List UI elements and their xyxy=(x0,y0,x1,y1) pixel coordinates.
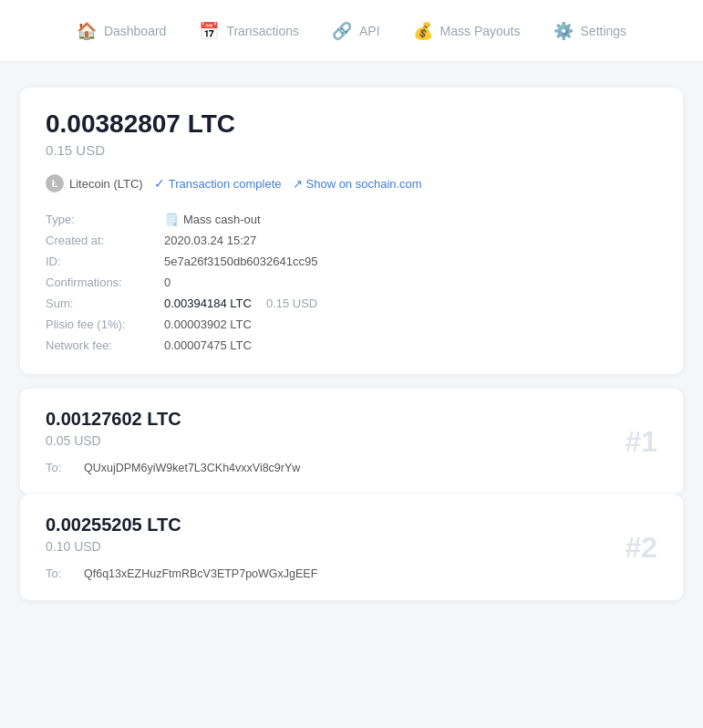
sochain-link[interactable]: ↗ Show on sochain.com xyxy=(293,177,422,191)
mass-payouts-label: Mass Payouts xyxy=(440,24,521,38)
navigation: 🏠 Dashboard 📅 Transactions 🔗 API 💰 Mass … xyxy=(0,0,703,62)
sum-value: 0.00394184 LTC 0.15 USD xyxy=(164,296,657,310)
currency-badge: Ł Litecoin (LTC) xyxy=(46,174,143,192)
payout-to-label-2: To: xyxy=(46,567,73,580)
created-label: Created at: xyxy=(46,234,164,247)
settings-icon: ⚙️ xyxy=(553,21,574,41)
transaction-card: 0.00382807 LTC 0.15 USD Ł Litecoin (LTC)… xyxy=(20,88,683,374)
currency-label: Litecoin (LTC) xyxy=(69,177,143,191)
api-label: API xyxy=(359,24,380,38)
settings-label: Settings xyxy=(581,24,627,38)
sochain-label: Show on sochain.com xyxy=(306,177,422,191)
nav-item-dashboard[interactable]: 🏠 Dashboard xyxy=(77,21,167,41)
id-label: ID: xyxy=(46,255,164,268)
transaction-details: Type: 🗒️ Mass cash-out Created at: 2020.… xyxy=(46,213,657,352)
plisio-value: 0.00003902 LTC xyxy=(164,317,657,331)
payout-number-1: #1 xyxy=(625,425,657,459)
payout-usd-2: 0.10 USD xyxy=(46,539,657,554)
type-label: Type: xyxy=(46,213,164,226)
payout-amount-1: 0.00127602 LTC xyxy=(46,409,657,430)
sum-label: Sum: xyxy=(46,296,164,310)
mass-payouts-icon: 💰 xyxy=(413,21,433,41)
network-label: Network fee: xyxy=(46,338,164,352)
payout-card-2: 0.00255205 LTC 0.10 USD To: Qf6q13xEZHuz… xyxy=(20,494,683,600)
status-row: Ł Litecoin (LTC) ✓ Transaction complete … xyxy=(46,174,657,192)
nav-item-mass-payouts[interactable]: 💰 Mass Payouts xyxy=(413,21,521,41)
transaction-amount: 0.00382807 LTC xyxy=(46,109,657,139)
api-icon: 🔗 xyxy=(332,21,352,41)
payout-list: 0.00127602 LTC 0.05 USD To: QUxujDPM6yiW… xyxy=(20,389,683,600)
id-value: 5e7a26f3150db6032641cc95 xyxy=(164,255,657,268)
status-label: Transaction complete xyxy=(169,177,282,191)
nav-item-settings[interactable]: ⚙️ Settings xyxy=(553,21,627,41)
created-value: 2020.03.24 15:27 xyxy=(164,234,657,247)
payout-usd-1: 0.05 USD xyxy=(46,433,657,448)
transaction-usd: 0.15 USD xyxy=(46,142,657,158)
sum-usd: 0.15 USD xyxy=(266,296,317,310)
payout-to-address-1: QUxujDPM6yiW9ket7L3CKh4vxxVi8c9rYw xyxy=(84,462,300,474)
external-link-icon: ↗ xyxy=(293,177,303,191)
confirmations-value: 0 xyxy=(164,276,657,289)
payout-to-row-1: To: QUxujDPM6yiW9ket7L3CKh4vxxVi8c9rYw xyxy=(46,461,657,474)
payout-to-label-1: To: xyxy=(46,461,73,474)
confirmations-label: Confirmations: xyxy=(46,276,164,289)
payout-to-address-2: Qf6q13xEZHuzFtmRBcV3ETP7poWGxJgEEF xyxy=(84,567,317,580)
nav-item-api[interactable]: 🔗 API xyxy=(332,21,380,41)
payout-amount-2: 0.00255205 LTC xyxy=(46,515,657,536)
transaction-status: ✓ Transaction complete xyxy=(154,176,282,191)
ltc-icon: Ł xyxy=(46,174,64,192)
payout-number-2: #2 xyxy=(625,531,657,565)
dashboard-icon: 🏠 xyxy=(77,21,97,41)
payout-card-1: 0.00127602 LTC 0.05 USD To: QUxujDPM6yiW… xyxy=(20,389,683,494)
transactions-label: Transactions xyxy=(226,24,299,38)
main-content: 0.00382807 LTC 0.15 USD Ł Litecoin (LTC)… xyxy=(0,62,703,626)
dashboard-label: Dashboard xyxy=(104,24,167,38)
network-value: 0.00007475 LTC xyxy=(164,338,657,352)
transactions-icon: 📅 xyxy=(199,21,219,41)
payout-to-row-2: To: Qf6q13xEZHuzFtmRBcV3ETP7poWGxJgEEF xyxy=(46,567,657,580)
nav-item-transactions[interactable]: 📅 Transactions xyxy=(199,21,299,41)
check-icon: ✓ xyxy=(154,176,165,191)
sum-ltc: 0.00394184 LTC xyxy=(164,296,252,310)
plisio-label: Plisio fee (1%): xyxy=(46,317,164,331)
type-value: 🗒️ Mass cash-out xyxy=(164,213,657,226)
